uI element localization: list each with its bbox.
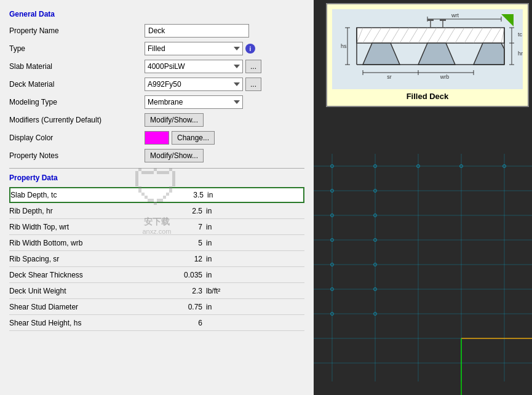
data-row-unit: in [206,207,231,215]
modeling-type-label: Modeling Type [9,98,145,106]
slab-material-btn[interactable]: ... [245,60,261,73]
data-row-label: Rib Width Top, wrt [9,221,145,233]
cad-grid-svg [314,0,532,395]
section-divider [9,168,304,169]
property-name-label: Property Name [9,26,145,35]
property-data-title: Property Data [9,174,304,182]
property-data-row: Deck Shear Thickness0.035in [9,267,304,283]
data-row-value: 5 [145,239,206,247]
type-value: Filled Unfilled Solid Slab i [145,42,304,55]
data-row-value: 7 [145,223,206,231]
deck-material-row: Deck Material A992Fy50 ... [9,77,304,92]
modifiers-btn[interactable]: Modify/Show... [145,113,204,127]
display-color-label: Display Color [9,134,145,142]
property-notes-btn[interactable]: Modify/Show... [145,149,204,162]
type-info-icon[interactable]: i [245,44,255,54]
type-row: Type Filled Unfilled Solid Slab i [9,41,304,56]
data-row-value: 6 [145,319,206,327]
type-select-wrapper: Filled Unfilled Solid Slab i [145,42,255,55]
data-row-value: 0.75 [145,303,206,311]
display-color-row: Display Color Change... [9,130,304,145]
modeling-type-value: Membrane [145,95,304,109]
property-data-row: Rib Width Bottom, wrb5in [9,235,304,251]
change-color-btn[interactable]: Change... [172,131,215,145]
property-data-row: Slab Depth, tc3.5in [9,187,304,203]
modeling-type-row: Modeling Type Membrane [9,95,304,110]
color-swatch[interactable] [145,131,169,145]
slab-material-row: Slab Material 4000PsiLW ... [9,59,304,74]
property-notes-label: Property Notes [9,151,145,160]
property-data-row: Rib Width Top, wrt7in [9,219,304,235]
data-row-unit: in [206,303,231,311]
deck-material-label: Deck Material [9,80,145,89]
property-data-row: Shear Stud Height, hs6 [9,315,304,331]
general-data-title: General Data [9,10,304,18]
data-row-unit: in [207,191,232,199]
right-panel: wrt tc hr hs sr [314,0,532,395]
property-data-row: Rib Spacing, sr12in [9,251,304,267]
property-notes-row: Property Notes Modify/Show... [9,148,304,163]
data-row-label: Slab Depth, tc [10,190,146,201]
modifiers-row: Modifiers (Currently Default) Modify/Sho… [9,113,304,127]
deck-material-value: A992Fy50 ... [145,78,304,91]
data-row-value: 0.035 [145,271,206,279]
property-notes-value: Modify/Show... [145,149,304,162]
data-row-unit: in [206,239,231,247]
data-row-value: 2.3 [145,287,206,295]
property-name-input[interactable] [145,24,249,38]
property-data-row: Rib Depth, hr2.5in [9,203,304,219]
left-panel: General Data Property Name Type Filled U… [0,0,314,395]
data-row-unit: in [206,255,231,263]
data-row-label: Shear Stud Diameter [9,301,145,313]
slab-material-select[interactable]: 4000PsiLW [145,60,243,73]
data-row-unit: in [206,223,231,231]
slab-material-wrapper: 4000PsiLW ... [145,60,261,73]
data-row-label: Rib Depth, hr [9,205,145,217]
property-data-row: Deck Unit Weight2.3lb/ft² [9,283,304,299]
data-row-label: Deck Unit Weight [9,285,145,297]
display-color-value: Change... [145,131,304,145]
deck-material-btn[interactable]: ... [245,78,261,91]
slab-material-value: 4000PsiLW ... [145,60,304,73]
type-label: Type [9,44,145,53]
data-row-value: 12 [145,255,206,263]
data-row-unit: in [206,271,231,279]
modifiers-label: Modifiers (Currently Default) [9,116,145,124]
modifiers-value: Modify/Show... [145,113,304,127]
data-row-value: 3.5 [146,191,207,199]
data-row-label: Deck Shear Thickness [9,269,145,281]
property-name-row: Property Name [9,23,304,38]
data-row-label: Rib Spacing, sr [9,253,145,265]
deck-material-wrapper: A992Fy50 ... [145,78,261,91]
property-name-value [145,24,304,38]
data-row-label: Rib Width Bottom, wrb [9,237,145,249]
data-row-label: Shear Stud Height, hs [9,317,145,329]
property-data-table: Slab Depth, tc3.5inRib Depth, hr2.5inRib… [9,187,304,331]
deck-material-select[interactable]: A992Fy50 [145,78,243,91]
modeling-type-select[interactable]: Membrane [145,95,243,109]
data-row-value: 2.5 [145,207,206,215]
data-row-unit: lb/ft² [206,287,231,295]
property-data-row: Shear Stud Diameter0.75in [9,299,304,315]
type-select[interactable]: Filled Unfilled Solid Slab [145,42,243,55]
slab-material-label: Slab Material [9,62,145,71]
